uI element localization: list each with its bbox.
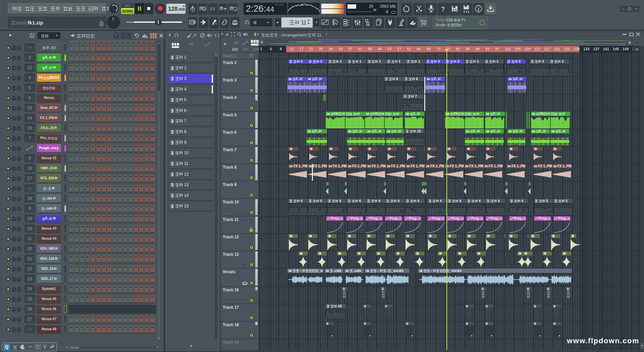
- svg-text:3.2.: 3.2.: [210, 7, 216, 11]
- svg-text:i: i: [478, 6, 479, 12]
- svg-text:S: S: [32, 35, 33, 37]
- svg-text:?: ?: [441, 5, 445, 12]
